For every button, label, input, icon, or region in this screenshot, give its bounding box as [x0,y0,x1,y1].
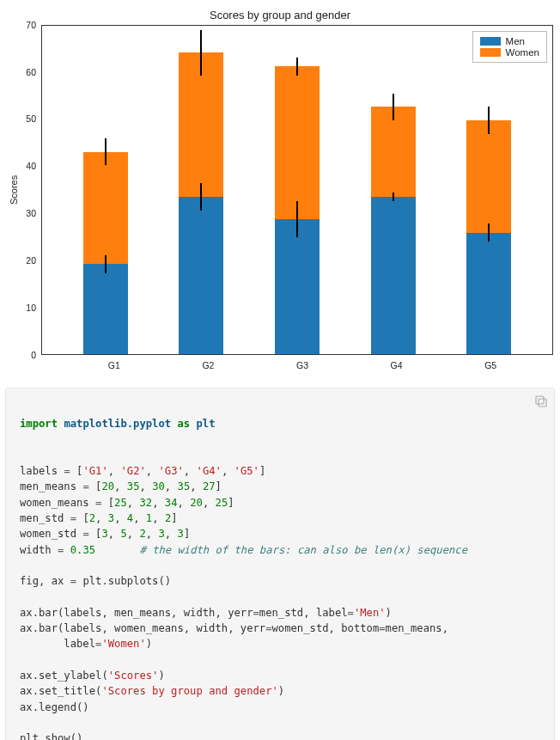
code-token: ax.set_ylabel( [20,670,108,682]
bar-women [466,120,511,233]
code-token: 3 [108,512,114,524]
x-tick: G3 [280,360,325,370]
error-bar-women [200,30,202,75]
code-token: plt [197,418,216,430]
plot-area: Men Women [41,25,553,355]
code-token: label [20,638,95,650]
legend: Men Women [472,31,547,63]
code-token: import [20,418,58,430]
code-token: = [82,528,88,540]
code-token: ax.set_title( [20,685,101,697]
code-token: 0.35 [70,544,95,556]
code-token: men_means, [386,622,448,634]
y-axis: 70 60 50 40 30 20 10 0 [19,25,41,355]
code-token: 1 [146,512,152,524]
code-token: fig, ax [20,575,64,587]
error-bar-men [200,183,202,210]
error-bar-women [105,138,107,165]
code-token: 32 [139,497,152,509]
code-token: men_means [20,480,76,492]
legend-swatch-women [480,48,501,57]
code-token: 35 [178,480,191,492]
code-token: women_means [20,497,89,509]
code-token: 'Men' [354,607,386,619]
code-token: 34 [165,497,178,509]
code-token: 27 [203,480,216,492]
code-token: 20 [190,497,203,509]
code-token: = [58,544,64,556]
code-token: labels [20,465,58,477]
code-token: 30 [152,480,165,492]
code-token: 2 [165,512,171,524]
code-token: 3 [159,528,165,540]
code-block: import matplotlib.pyplot as plt labels =… [5,388,555,740]
error-bar-men [296,201,298,237]
bar-group [179,26,223,354]
code-token: 35 [127,480,140,492]
code-token: 25 [114,497,127,509]
code-token: 2 [89,512,95,524]
legend-row-men: Men [480,36,539,46]
bar-group [83,26,128,354]
code-token: # the width of the bars: can also be len… [139,544,467,556]
bar-women [83,152,128,265]
code-token: men_std [20,512,64,524]
chart-body: Scores 70 60 50 40 30 20 10 0 Men Women [7,25,553,355]
code-token: ax.legend() [20,701,89,713]
code-token: plt.show() [20,732,82,740]
legend-swatch-men [480,37,501,46]
bar-men [179,197,223,354]
bars-container [42,26,552,354]
error-bar-men [488,223,490,242]
x-axis: G1 G2 G3 G4 G5 [52,360,553,370]
error-bar-men [105,255,107,273]
bar-women [275,66,320,219]
code-token: 3 [101,528,107,540]
bar-men [83,264,128,354]
chart-title: Scores by group and gender [7,9,553,21]
legend-label-women: Women [506,47,539,58]
code-token: 'Women' [101,638,145,650]
code-token: = [70,575,76,587]
x-tick: G4 [374,360,419,370]
code-token: = [70,512,76,524]
error-bar-women [488,107,490,133]
bar-men [371,197,416,354]
code-token: = [95,497,101,509]
bar-men [275,219,320,354]
bar-group [466,26,511,354]
code-token: = [265,622,271,634]
code-token: 'G2' [120,465,145,477]
code-token: = [64,465,70,477]
code-token: 'G3' [159,465,184,477]
x-tick: G2 [186,360,230,370]
bar-women [371,107,416,197]
error-bar-women [393,94,394,120]
code-token: 'Scores' [108,670,159,682]
code-token: women_std, bottom [272,622,380,634]
code-token: 5 [120,528,126,540]
legend-row-women: Women [480,47,539,58]
bar-men [466,233,511,354]
error-bar-men [393,193,394,201]
code-token: 'G1' [82,465,107,477]
code-token: plt.subplots() [82,575,171,587]
code-token: men_std, label [259,607,348,619]
code-token: 4 [127,512,133,524]
code-token: = [82,480,88,492]
copy-icon[interactable] [533,394,549,409]
code-token: women_std [20,528,76,540]
legend-label-men: Men [506,36,525,46]
code-token: width [20,544,52,556]
code-token: 20 [101,480,114,492]
chart-container: Scores by group and gender Scores 70 60 … [5,5,555,372]
code-token: as [177,418,190,430]
code-token: ax.bar(labels, women_means, width, yerr [20,622,265,634]
bar-group [371,26,416,354]
code-token: matplotlib.pyplot [64,418,171,430]
x-tick: G1 [92,360,137,370]
svg-rect-1 [536,396,544,404]
code-token: 'Scores by group and gender' [101,685,277,697]
x-tick: G5 [468,360,513,370]
code-token: = [253,607,259,619]
